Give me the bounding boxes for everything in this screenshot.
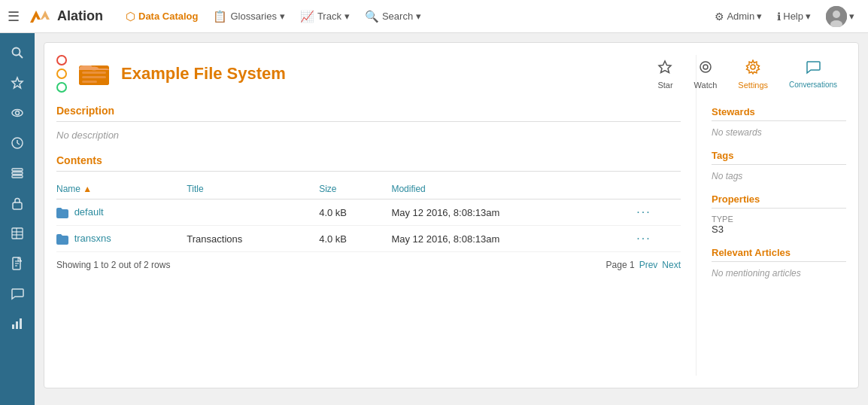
cell-dots[interactable]: ··· [636,199,681,226]
sidebar-table[interactable] [4,220,31,247]
stewards-divider [712,120,846,121]
tags-value: No tags [712,171,846,181]
user-avatar [826,6,847,27]
cell-dots[interactable]: ··· [636,226,681,252]
col-name[interactable]: Name ▲ [56,179,187,199]
alation-logo-text: Alation [57,8,103,24]
prev-page-button[interactable]: Prev [639,260,658,270]
nav-data-catalog[interactable]: ⬡ Data Catalog [120,7,204,26]
svg-rect-13 [12,169,23,171]
contents-divider [56,171,681,172]
top-nav: ☰ Alation ⬡ Data Catalog 📋 Glossaries ▾ … [0,0,868,33]
traffic-light-green [56,82,67,93]
sidebar-search[interactable] [4,39,31,66]
contents-section-title: Contents [56,154,681,166]
conversations-button[interactable]: Conversations [780,55,846,94]
properties-title: Properties [712,193,846,205]
watch-icon [698,59,713,78]
col-size[interactable]: Size [319,179,391,199]
traffic-light-red [56,55,67,65]
nav-track[interactable]: 📈 Track ▾ [294,7,356,26]
description-divider [56,121,681,122]
sidebar-lock[interactable] [4,190,31,217]
col-title-label: Title [187,184,203,194]
sidebar-clock[interactable] [4,129,31,157]
sidebar-layers[interactable] [4,160,31,187]
svg-point-9 [16,111,20,115]
svg-rect-32 [82,76,106,78]
hamburger-menu[interactable]: ☰ [8,8,20,25]
star-label: Star [657,81,672,90]
next-page-button[interactable]: Next [662,260,681,270]
col-modified[interactable]: Modified [391,179,636,199]
sidebar-eye[interactable] [4,99,31,126]
svg-marker-7 [12,78,23,88]
nav-search-label: Search [382,11,413,22]
sidebar-document[interactable] [4,250,31,277]
nav-user[interactable]: ▾ [820,3,860,30]
cell-title: Transactions [187,226,319,252]
admin-icon: ⚙ [715,11,724,23]
contents-table: Name ▲ Title Size Modified [56,179,681,252]
sidebar-star[interactable] [4,69,31,96]
sidebar-chat[interactable] [4,280,31,307]
alation-logo-icon [30,9,54,24]
nav-admin-label: Admin [727,11,754,22]
watch-button[interactable]: Watch [685,55,727,94]
svg-rect-31 [82,72,106,74]
svg-rect-27 [20,318,22,329]
tags-divider [712,164,846,165]
svg-marker-0 [30,11,41,23]
nav-items: ⬡ Data Catalog 📋 Glossaries ▾ 📈 Track ▾ … [120,7,703,26]
main-layout: Example File System Description No descr… [0,33,868,405]
svg-marker-34 [659,61,671,73]
nav-help[interactable]: ℹ Help ▾ [771,8,817,26]
traffic-light-yellow [56,69,67,79]
col-title[interactable]: Title [187,179,319,199]
settings-icon [745,59,760,78]
folder-icon [56,206,71,218]
description-text: No description [56,129,681,141]
settings-button[interactable]: Settings [729,55,777,94]
table-row: transxns Transactions 4.0 kB May 12 2016… [56,226,681,252]
stewards-value: No stewards [712,127,846,138]
property-type-label: TYPE [712,215,846,224]
page-label: Page 1 [606,260,635,270]
svg-rect-26 [16,321,18,329]
nav-search[interactable]: 🔍 Search ▾ [359,7,427,26]
content-card: Example File System Description No descr… [44,42,859,388]
cell-name: default [56,199,187,226]
nav-glossaries[interactable]: 📋 Glossaries ▾ [207,7,290,26]
row-menu-dots[interactable]: ··· [636,232,651,245]
svg-rect-14 [12,172,23,175]
svg-rect-16 [13,202,22,209]
svg-point-37 [751,65,755,69]
watch-label: Watch [694,81,718,90]
help-icon: ℹ [777,11,781,23]
sort-arrow-icon: ▲ [83,184,92,194]
svg-point-36 [703,65,708,69]
content-right: Star Watch [696,55,846,376]
svg-line-12 [17,143,20,145]
svg-rect-15 [12,175,23,178]
user-dropdown-icon: ▾ [849,11,854,22]
table-row: default 4.0 kB May 12 2016, 8:08:13am ··… [56,199,681,226]
nav-data-catalog-label: Data Catalog [138,11,198,22]
row-menu-dots[interactable]: ··· [636,206,651,218]
row-name-link[interactable]: default [74,206,104,218]
item-header: Example File System [56,55,681,93]
data-catalog-icon: ⬡ [126,10,135,23]
track-dropdown-icon: ▾ [344,11,350,22]
pagination: Showing 1 to 2 out of 2 rows Page 1 Prev… [56,260,681,270]
sidebar-chart[interactable] [4,310,31,337]
search-nav-icon: 🔍 [365,10,379,23]
admin-dropdown-icon: ▾ [757,11,762,22]
star-button[interactable]: Star [648,55,681,94]
nav-admin[interactable]: ⚙ Admin ▾ [709,8,768,26]
row-name-link[interactable]: transxns [74,233,111,244]
glossaries-icon: 📋 [213,10,227,23]
cell-title [187,199,319,226]
svg-rect-33 [82,81,97,83]
nav-right: ⚙ Admin ▾ ℹ Help ▾ ▾ [709,3,860,30]
cell-size: 4.0 kB [319,199,391,226]
